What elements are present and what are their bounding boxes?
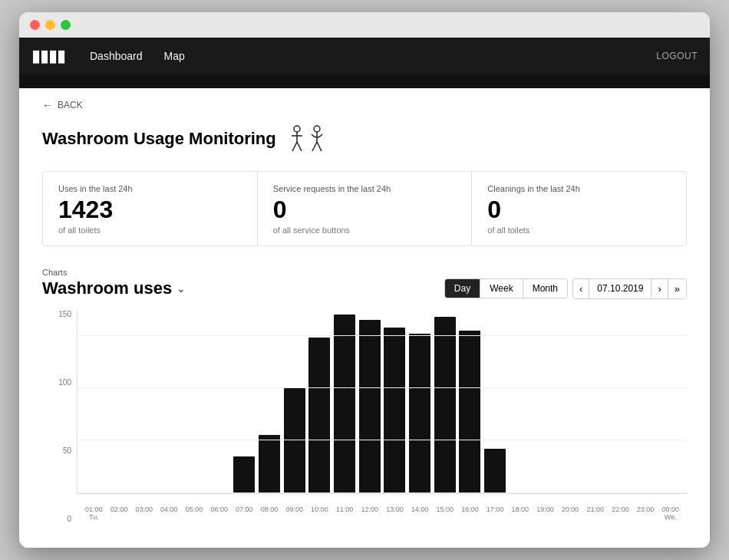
nav-links: Dashboard Map xyxy=(81,45,194,67)
date-display: 07.10.2019 xyxy=(589,279,651,298)
stat-service-sub: of all service buttons xyxy=(273,226,457,235)
stats-row: Uses in the last 24h 1423 of all toilets… xyxy=(42,171,687,245)
y-axis-label: 0 xyxy=(42,515,71,523)
chart-title: Washroom uses xyxy=(42,278,172,298)
bar-group xyxy=(358,310,381,493)
back-button[interactable]: ← BACK xyxy=(42,88,687,119)
period-day-button[interactable]: Day xyxy=(445,279,480,298)
date-prev-button[interactable]: ‹ xyxy=(573,279,589,298)
bar xyxy=(284,388,305,493)
page-title: Washroom Usage Monitoring xyxy=(42,129,276,149)
chart-dropdown-icon[interactable]: ⌄ xyxy=(176,282,186,295)
stat-uses: Uses in the last 24h 1423 of all toilets xyxy=(43,172,258,245)
bar-group xyxy=(533,310,557,493)
grid-line xyxy=(78,440,687,440)
x-axis-label: 08:00 xyxy=(258,506,282,521)
nav-map[interactable]: Map xyxy=(155,45,194,67)
bar-group xyxy=(609,310,632,493)
grid-line xyxy=(78,387,687,388)
bar-group xyxy=(383,310,407,493)
x-axis-label: 19:00 xyxy=(533,506,557,521)
period-month-button[interactable]: Month xyxy=(523,279,567,298)
period-week-button[interactable]: Week xyxy=(480,279,523,298)
logo-icon: ▮▮▮▮ xyxy=(31,46,65,66)
x-axis-label: 12:00 xyxy=(358,506,381,521)
bar-group xyxy=(207,310,231,493)
bar-group xyxy=(282,310,306,493)
bar xyxy=(259,435,280,492)
chart-inner: 01:00 Tu.02:0003:0004:0005:0006:0007:000… xyxy=(77,310,687,494)
x-axis-label: 16:00 xyxy=(458,506,482,521)
x-axis-label: 23:00 xyxy=(634,506,658,521)
svg-line-3 xyxy=(292,142,297,151)
stat-cleanings: Cleanings in the last 24h 0 of all toile… xyxy=(472,172,686,245)
stat-cleanings-sub: of all toilets xyxy=(487,226,671,235)
x-axis-label: 06:00 xyxy=(207,506,231,521)
main-content: ← BACK Washroom Usage Monitoring xyxy=(19,88,710,547)
stat-service-value: 0 xyxy=(273,196,457,223)
svg-point-0 xyxy=(294,126,300,132)
minimize-button[interactable] xyxy=(45,20,55,30)
stat-service-label: Service requests in the last 24h xyxy=(273,184,457,193)
bar-group xyxy=(132,310,156,493)
svg-line-7 xyxy=(312,142,317,151)
bar xyxy=(409,334,430,493)
bar xyxy=(434,317,456,492)
date-last-button[interactable]: » xyxy=(668,279,686,298)
back-label: BACK xyxy=(58,100,83,110)
x-axis-label: 07:00 xyxy=(233,506,256,521)
bar xyxy=(334,315,355,492)
nav-dashboard[interactable]: Dashboard xyxy=(81,45,152,67)
y-axis-label: 150 xyxy=(42,310,71,318)
bar-group xyxy=(634,310,658,493)
bar-group xyxy=(333,310,357,493)
x-axis-label: 11:00 xyxy=(333,506,357,521)
washroom-icon xyxy=(289,125,325,153)
x-axis-label: 10:00 xyxy=(308,506,332,521)
bar-group xyxy=(583,310,607,493)
page-header: Washroom Usage Monitoring xyxy=(42,125,687,153)
date-next-button[interactable]: › xyxy=(651,279,668,298)
stat-service: Service requests in the last 24h 0 of al… xyxy=(258,172,473,245)
bar-group xyxy=(233,310,256,493)
bar-group xyxy=(508,310,532,493)
bar-group xyxy=(458,310,482,493)
bar-group xyxy=(157,310,181,493)
title-bar xyxy=(19,12,710,38)
x-axis-label: 04:00 xyxy=(157,506,181,521)
date-nav: ‹ 07.10.2019 › » xyxy=(572,278,687,299)
stat-cleanings-value: 0 xyxy=(487,196,671,223)
bar xyxy=(484,449,506,492)
back-arrow-icon: ← xyxy=(42,99,53,111)
x-axis-label: 09:00 xyxy=(282,506,306,521)
bar-group xyxy=(483,310,507,493)
x-axis-label: 00:00 We. xyxy=(658,506,682,521)
x-axis-label: 15:00 xyxy=(433,506,457,521)
svg-line-4 xyxy=(297,142,302,151)
bar-group xyxy=(82,310,106,493)
bar xyxy=(384,328,405,493)
charts-label: Charts xyxy=(42,268,687,277)
x-axis: 01:00 Tu.02:0003:0004:0005:0006:0007:000… xyxy=(78,506,687,521)
close-button[interactable] xyxy=(30,20,40,30)
stat-uses-sub: of all toilets xyxy=(58,226,242,235)
stat-cleanings-label: Cleanings in the last 24h xyxy=(487,184,671,193)
chart-area: 050100150 01:00 Tu.02:0003:0004:0005:000… xyxy=(42,310,687,525)
bar-group xyxy=(408,310,432,493)
logout-button[interactable]: LOGOUT xyxy=(656,51,698,61)
x-axis-label: 22:00 xyxy=(609,506,632,521)
svg-point-5 xyxy=(314,126,320,132)
x-axis-label: 14:00 xyxy=(408,506,432,521)
period-buttons: Day Week Month xyxy=(444,278,568,298)
maximize-button[interactable] xyxy=(61,20,71,30)
y-axis-label: 100 xyxy=(42,378,71,387)
bar-group xyxy=(258,310,282,493)
bar xyxy=(308,338,330,492)
x-axis-label: 02:00 xyxy=(107,506,131,521)
bar-group xyxy=(183,310,206,493)
x-axis-label: 17:00 xyxy=(483,506,507,521)
grid-line xyxy=(78,335,687,336)
banner-bar xyxy=(19,74,710,88)
bar-group xyxy=(107,310,131,493)
svg-line-8 xyxy=(317,142,322,151)
